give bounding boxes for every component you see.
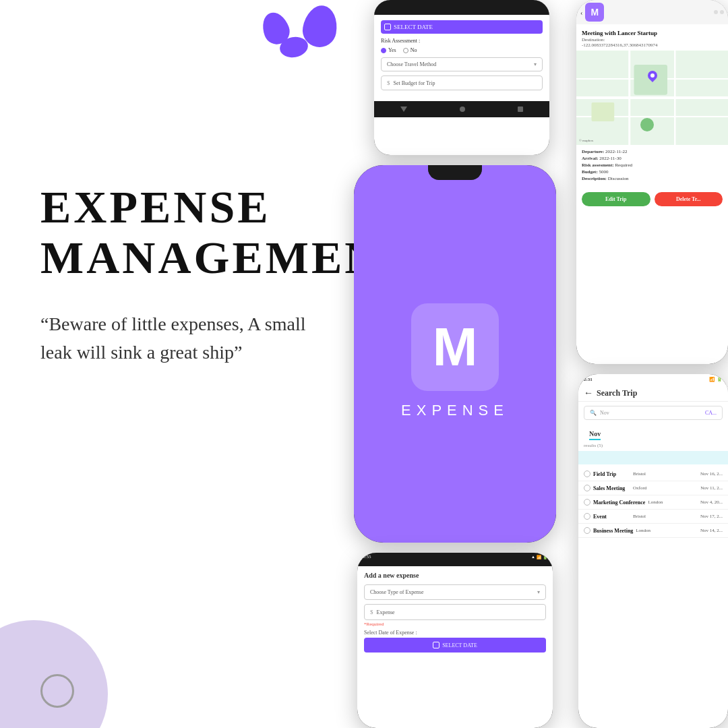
trip-name: Field Trip xyxy=(593,471,630,477)
p1-risk-label: Risk Assessment : xyxy=(381,38,543,44)
list-item[interactable]: Event Bristol Nov 17, 2... xyxy=(578,510,728,524)
nav-recent-icon[interactable] xyxy=(518,107,523,112)
phone-trip-detail: ‹ M Meeting with Lancer Startup Destinat… xyxy=(576,0,728,364)
p3-delete-button[interactable]: Delete Tr... xyxy=(655,192,723,206)
p3-trip-info: Departure: 2022-11-22 Arrival: 2022-11-3… xyxy=(576,145,728,187)
p3-trip-title: Meeting with Lancer Startup xyxy=(582,30,723,37)
chevron-down-icon-2: ▾ xyxy=(537,589,540,595)
phone-add-expense-screen: 8:55 ▲ 📶 🔋 Add a new expense Choose Type… xyxy=(357,553,553,728)
phone-add-trip-screen: SELECT DATE Risk Assessment : Yes No Cho… xyxy=(374,0,549,155)
search-icon xyxy=(584,527,590,534)
phone-add-expense: 8:55 ▲ 📶 🔋 Add a new expense Choose Type… xyxy=(357,553,553,728)
calendar-icon-2 xyxy=(433,642,439,648)
nav-back-icon[interactable] xyxy=(400,107,407,112)
p1-nav-bar xyxy=(374,101,549,117)
list-item[interactable]: Field Trip Bristol Nov 16, 2... xyxy=(578,467,728,481)
p5-highlight-bar xyxy=(578,451,728,464)
phone-search-trip-screen: 2:31 📶 🔋 ← Search Trip 🔍 Nov CA... Nov r… xyxy=(578,374,728,728)
p1-radio-no[interactable]: No xyxy=(403,47,417,53)
decorative-circle xyxy=(40,674,74,708)
p1-travel-method-dropdown[interactable]: Choose Travel Method ▾ xyxy=(381,57,543,71)
trip-name: Marketing Conference xyxy=(593,499,645,506)
p4-select-date-button[interactable]: SELECT DATE xyxy=(364,638,546,653)
list-item[interactable]: Sales Meeting Oxford Nov 11, 2... xyxy=(578,481,728,495)
trip-date: Nov 16, 2... xyxy=(700,471,723,477)
nav-home-icon[interactable] xyxy=(460,107,465,112)
p5-search-input-value: Nov xyxy=(600,410,609,416)
phone-splash: M EXPENSE xyxy=(354,165,556,543)
p5-search-bar[interactable]: 🔍 Nov CA... xyxy=(584,406,723,420)
p3-map-roads-svg xyxy=(576,51,728,145)
search-icon xyxy=(584,513,590,520)
p1-budget-input[interactable]: $ Set Budget for Trip xyxy=(381,75,543,90)
p4-required-label: *Required xyxy=(364,621,546,627)
p5-status-bar: 2:31 📶 🔋 xyxy=(578,374,728,385)
p2-notch xyxy=(428,165,482,180)
trip-city: Oxford xyxy=(633,485,698,491)
p1-form-content: SELECT DATE Risk Assessment : Yes No Cho… xyxy=(374,15,549,96)
trip-name: Event xyxy=(593,514,630,520)
p4-form-title: Add a new expense xyxy=(364,572,546,579)
p5-tab-area: Nov xyxy=(578,424,728,442)
p5-cancel-button[interactable]: CA... xyxy=(705,410,717,416)
p3-logo: M xyxy=(585,3,604,22)
p5-results-count: results (5) xyxy=(578,442,728,451)
p1-radio-yes[interactable]: Yes xyxy=(381,47,396,53)
p2-logo-box: M xyxy=(411,303,499,391)
p2-app-name: EXPENSE xyxy=(401,402,509,419)
p3-header: Meeting with Lancer Startup Destination:… xyxy=(576,24,728,51)
p3-budget-row: Budget: 5000 xyxy=(582,169,723,175)
radio-no-dot xyxy=(403,48,408,53)
main-title: EXPENSE MANAGEMENT xyxy=(40,182,330,283)
p3-map: © mapbox xyxy=(576,51,728,145)
p1-select-date-button[interactable]: SELECT DATE xyxy=(381,20,543,34)
p2-logo-letter: M xyxy=(433,320,478,374)
dollar-icon-2: $ xyxy=(370,609,373,615)
p3-risk-row: Risk assesment: Required xyxy=(582,162,723,168)
p4-form-content: Add a new expense Choose Type of Expense… xyxy=(357,566,553,658)
p4-expense-type-dropdown[interactable]: Choose Type of Expense ▾ xyxy=(364,584,546,600)
phone-add-trip: SELECT DATE Risk Assessment : Yes No Cho… xyxy=(374,0,549,155)
p1-status-bar xyxy=(374,0,549,15)
trip-name: Sales Meeting xyxy=(593,485,630,491)
left-content: EXPENSE MANAGEMENT “Beware of little exp… xyxy=(40,182,330,367)
phone-trip-detail-screen: ‹ M Meeting with Lancer Startup Destinat… xyxy=(576,0,728,364)
phone-splash-screen: M EXPENSE xyxy=(354,165,556,543)
trip-name: Business Meeting xyxy=(593,528,633,534)
search-icon xyxy=(584,471,590,477)
list-item[interactable]: Business Meeting London Nov 14, 2... xyxy=(578,524,728,538)
chevron-down-icon: ▾ xyxy=(534,61,537,67)
p5-month-tab[interactable]: Nov xyxy=(589,430,601,440)
trip-date: Nov 14, 2... xyxy=(700,528,723,533)
p3-destination-value: -122.0083372284316,37.306843170974 xyxy=(582,42,723,48)
p5-page-title: Search Trip xyxy=(597,388,637,398)
p2-logo-container: M EXPENSE xyxy=(354,180,556,543)
search-icon xyxy=(584,499,590,506)
p4-date-label: Select Date of Expense : xyxy=(364,630,546,636)
trip-city: London xyxy=(636,528,698,533)
radio-yes-dot xyxy=(381,48,386,53)
p5-trip-list: Field Trip Bristol Nov 16, 2... Sales Me… xyxy=(578,467,728,538)
trip-city: Bristol xyxy=(633,514,698,519)
search-icon xyxy=(584,485,590,491)
list-item[interactable]: Marketing Conference London Nov 4, 20... xyxy=(578,495,728,510)
p3-action-buttons: Edit Trip Delete Tr... xyxy=(576,188,728,210)
p3-edit-button[interactable]: Edit Trip xyxy=(582,192,650,206)
p3-mapbox-label: © mapbox xyxy=(579,139,593,142)
svg-rect-7 xyxy=(592,102,615,121)
p4-status-bar: 8:55 ▲ 📶 🔋 xyxy=(357,553,553,566)
p4-expense-input[interactable]: $ Expense xyxy=(364,604,546,620)
calendar-icon xyxy=(384,24,391,30)
p3-arrival-row: Arrival: 2022-11-30 xyxy=(582,156,723,161)
trip-date: Nov 11, 2... xyxy=(700,485,723,491)
map-circle xyxy=(640,118,654,131)
map-pin xyxy=(648,71,657,80)
trip-date: Nov 4, 20... xyxy=(700,499,723,505)
p3-departure-row: Departure: 2022-11-22 xyxy=(582,149,723,154)
trip-date: Nov 17, 2... xyxy=(700,514,723,519)
dollar-icon: $ xyxy=(387,80,390,86)
quote-text: “Beware of little expenses, A small leak… xyxy=(40,310,330,367)
trip-city: Bristol xyxy=(633,471,698,477)
trip-city: London xyxy=(648,499,698,505)
p5-back-button[interactable]: ← xyxy=(584,388,593,398)
